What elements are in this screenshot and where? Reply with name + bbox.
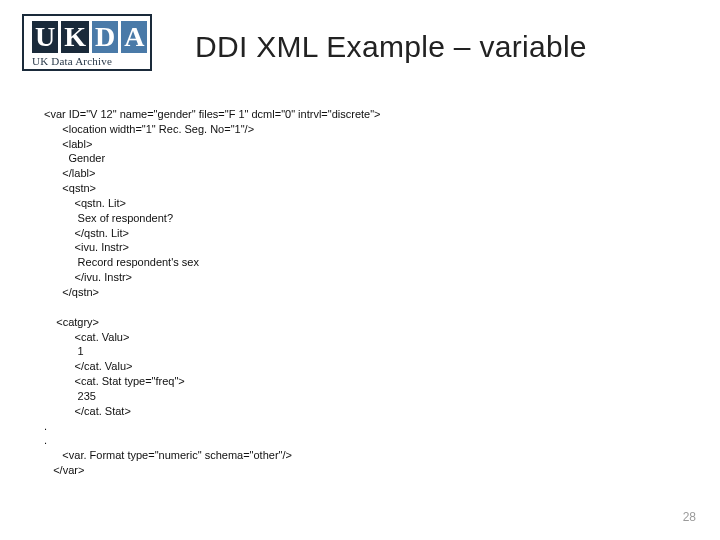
xml-line: <qstn> bbox=[44, 182, 96, 194]
xml-line: . bbox=[44, 420, 47, 432]
xml-line: <var. Format type="numeric" schema="othe… bbox=[44, 449, 292, 461]
xml-line: <location width="1" Rec. Seg. No="1"/> bbox=[44, 123, 254, 135]
logo-main: U K D A bbox=[32, 21, 142, 53]
xml-line: </qstn> bbox=[44, 286, 99, 298]
xml-line: </labl> bbox=[44, 167, 95, 179]
xml-line: <catgry> bbox=[44, 316, 99, 328]
xml-line: Sex of respondent? bbox=[44, 212, 173, 224]
logo-letter-k: K bbox=[61, 21, 89, 53]
xml-line: <cat. Stat type="freq"> bbox=[44, 375, 185, 387]
xml-line: </ivu. Instr> bbox=[44, 271, 132, 283]
xml-line: </cat. Stat> bbox=[44, 405, 131, 417]
xml-line: 235 bbox=[44, 390, 96, 402]
xml-line: <qstn. Lit> bbox=[44, 197, 126, 209]
slide: U K D A UK Data Archive DDI XML Example … bbox=[0, 0, 720, 540]
xml-line: <ivu. Instr> bbox=[44, 241, 129, 253]
xml-line: <cat. Valu> bbox=[44, 331, 129, 343]
xml-line: 1 bbox=[44, 345, 84, 357]
slide-title: DDI XML Example – variable bbox=[195, 30, 587, 64]
logo-letter-d: D bbox=[92, 21, 118, 53]
logo-subtitle: UK Data Archive bbox=[32, 55, 142, 67]
ukda-logo: U K D A UK Data Archive bbox=[22, 14, 152, 71]
logo-letter-u: U bbox=[32, 21, 58, 53]
xml-line: Gender bbox=[44, 152, 105, 164]
xml-line: . bbox=[44, 434, 47, 446]
xml-line: </var> bbox=[44, 464, 84, 476]
xml-code-block: <var ID="V 12" name="gender" files="F 1"… bbox=[44, 92, 696, 478]
xml-line: <var ID="V 12" name="gender" files="F 1"… bbox=[44, 108, 381, 120]
logo-letter-a: A bbox=[121, 21, 147, 53]
xml-line: <labl> bbox=[44, 138, 92, 150]
xml-line: </cat. Valu> bbox=[44, 360, 132, 372]
page-number: 28 bbox=[683, 510, 696, 524]
xml-line: </qstn. Lit> bbox=[44, 227, 129, 239]
xml-line: Record respondent's sex bbox=[44, 256, 199, 268]
